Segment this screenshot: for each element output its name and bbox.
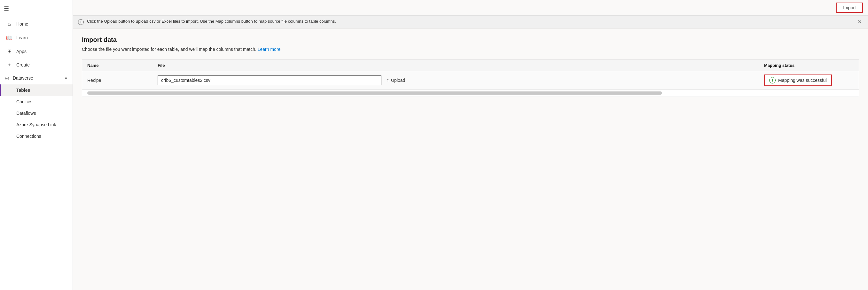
page-description: Choose the file you want imported for ea… — [82, 47, 859, 52]
import-table-header: Name File Mapping status — [82, 60, 859, 71]
sidebar-sub-item-dataflows[interactable]: Dataflows — [0, 107, 72, 119]
upload-icon: ↑ — [386, 77, 389, 83]
mapping-success-text: Mapping was successful — [778, 78, 827, 83]
scroll-bar-area — [82, 89, 859, 97]
success-icon: i — [769, 77, 776, 84]
sidebar-item-learn-label: Learn — [16, 35, 28, 40]
dataverse-icon: ◎ — [5, 75, 9, 80]
import-table: Name File Mapping status Recipe crfb6_cu… — [82, 60, 859, 97]
info-banner-icon: i — [78, 19, 84, 25]
sidebar-item-create-label: Create — [16, 62, 30, 67]
sidebar-sub-item-choices-label: Choices — [16, 99, 33, 104]
col-header-name: Name — [87, 63, 158, 68]
sidebar-item-create[interactable]: + Create — [0, 58, 72, 72]
upload-button-label: Upload — [391, 78, 405, 83]
sidebar-sub-item-choices[interactable]: Choices — [0, 96, 72, 107]
sidebar-header: ☰ — [0, 0, 72, 17]
learn-more-link[interactable]: Learn more — [258, 47, 281, 52]
file-input-box[interactable]: crfb6_customtables2.csv — [158, 75, 381, 85]
row-name-recipe: Recipe — [87, 78, 158, 83]
col-header-mapping-status: Mapping status — [764, 63, 854, 68]
info-banner: i Click the Upload button to upload csv … — [73, 16, 868, 28]
sidebar-sub-item-connections-label: Connections — [16, 134, 41, 139]
top-bar: Import — [73, 0, 868, 16]
page-title: Import data — [82, 36, 859, 43]
sidebar-item-apps[interactable]: ⊞ Apps — [0, 44, 72, 58]
upload-button[interactable]: ↑ Upload — [384, 76, 408, 85]
sidebar: ☰ ⌂ Home 📖 Learn ⊞ Apps + Create ◎ Datav… — [0, 0, 73, 290]
create-icon: + — [6, 62, 12, 68]
horizontal-scrollbar[interactable] — [87, 91, 662, 95]
col-header-file: File — [158, 63, 764, 68]
info-banner-close-button[interactable]: ✕ — [856, 19, 863, 25]
home-icon: ⌂ — [6, 21, 12, 27]
page-content: Import data Choose the file you want imp… — [73, 28, 868, 290]
info-banner-text: Click the Upload button to upload csv or… — [87, 19, 336, 24]
sidebar-item-dataverse[interactable]: ◎ Dataverse ∧ — [0, 72, 72, 85]
sidebar-dataverse-label: Dataverse — [13, 75, 33, 80]
hamburger-menu-icon[interactable]: ☰ — [4, 5, 9, 12]
sidebar-item-home-label: Home — [16, 22, 28, 27]
sidebar-item-home[interactable]: ⌂ Home — [0, 17, 72, 31]
sidebar-sub-item-azure-synapse[interactable]: Azure Synapse Link — [0, 119, 72, 130]
mapping-success-box: i Mapping was successful — [764, 74, 832, 86]
table-row: Recipe crfb6_customtables2.csv ↑ Upload … — [82, 71, 859, 89]
import-button[interactable]: Import — [836, 3, 863, 13]
sidebar-sub-item-tables[interactable]: Tables — [0, 85, 72, 96]
learn-icon: 📖 — [6, 35, 12, 41]
mapping-status-cell: i Mapping was successful — [764, 74, 854, 86]
sidebar-item-apps-label: Apps — [16, 49, 27, 54]
sidebar-sub-item-azure-synapse-label: Azure Synapse Link — [16, 122, 56, 127]
sidebar-sub-item-dataflows-label: Dataflows — [16, 110, 36, 116]
page-description-text: Choose the file you want imported for ea… — [82, 47, 256, 52]
file-cell: crfb6_customtables2.csv ↑ Upload — [158, 75, 764, 85]
sidebar-sub-item-connections[interactable]: Connections — [0, 130, 72, 142]
sidebar-item-learn[interactable]: 📖 Learn — [0, 31, 72, 44]
apps-icon: ⊞ — [6, 48, 12, 54]
sidebar-sub-item-tables-label: Tables — [16, 88, 30, 93]
main-content: Import i Click the Upload button to uplo… — [73, 0, 868, 290]
dataverse-chevron-icon: ∧ — [65, 76, 67, 80]
